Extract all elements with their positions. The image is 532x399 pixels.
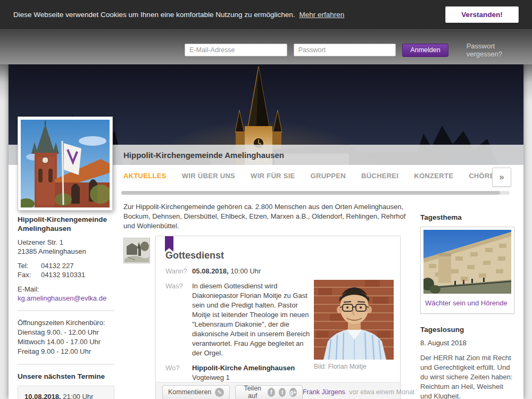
tab-gruppen[interactable]: GRUPPEN	[311, 172, 346, 180]
hours-wednesday: Mittwoch 14.00 - 17.00 Uhr	[18, 337, 114, 347]
pencil-icon: ✎	[215, 388, 224, 397]
email-link[interactable]: kg.amelinghausen@evlka.de	[18, 294, 106, 302]
password-field[interactable]	[294, 44, 396, 56]
main-content: Zur Hippolit-Kirchengemeinde gehören ca.…	[123, 202, 409, 399]
tab-wir-fuer-sie[interactable]: WIR FÜR SIE	[251, 172, 295, 180]
hours-tuesday: Dienstag 9.00. - 12.00 Uhr	[18, 328, 114, 337]
tagesthema-box: Wächter sein und Hörende	[420, 227, 514, 314]
cookie-banner: Diese Webseite verwendet Cookies um Ihne…	[0, 0, 532, 30]
photo-caption: Bild: Florian Moitje	[314, 363, 394, 370]
portrait-image	[314, 280, 394, 360]
googleplus-icon[interactable]: g+	[289, 388, 297, 397]
fax-value: 04132 910331	[41, 270, 85, 279]
page: Diese Webseite verwendet Cookies um Ihne…	[0, 0, 532, 399]
twitter-icon[interactable]: t	[279, 388, 286, 397]
address-street: Uelzener Str. 1	[18, 238, 114, 247]
tageslosung-verse: Der HERR hat Zion mit Recht und Gerechti…	[420, 353, 514, 399]
email-field[interactable]	[185, 44, 287, 56]
church-day-image	[21, 120, 110, 207]
right-sidebar: Tagesthema	[420, 213, 514, 399]
share-button[interactable]: Teilen auf f t g+	[235, 385, 303, 399]
tageslosung-date: 8. August 2018	[420, 339, 514, 347]
login-button[interactable]: Anmelden	[402, 44, 448, 57]
location-name: Hippolit-Kirche Amelinghausen	[192, 364, 295, 372]
church-photo-frame	[18, 117, 113, 211]
event-date: 05.08.2018,	[192, 267, 229, 275]
termin-item: 10.08.2018, 21:00 Uhr Freitag-Nacht-Konz…	[18, 386, 114, 399]
hours-friday: Freitag 9.00 - 12.00 Uhr	[18, 347, 114, 356]
tageslosung-heading: Tageslosung	[420, 326, 514, 334]
login-bar: Anmelden Passwort vergessen?	[0, 30, 532, 64]
location-street: Vogteiweg 1	[192, 373, 230, 381]
event-description: In diesem Gottesdienst wird Diakoniepast…	[192, 281, 310, 358]
forgot-password-link[interactable]: Passwort vergessen?	[467, 42, 532, 58]
parish-name: Hippolit-Kirchengemeinde Amelinghausen	[18, 215, 114, 233]
cookie-accept-button[interactable]: Verstanden!	[445, 6, 519, 23]
comment-button-label: Kommentieren	[168, 388, 211, 396]
time-ago: vor etwa einem Monat	[349, 388, 414, 396]
divider	[18, 310, 114, 311]
tab-choere[interactable]: CHÖRE	[469, 172, 494, 180]
facebook-icon[interactable]: f	[268, 388, 275, 397]
nav-scrollbar-thumb[interactable]	[121, 191, 500, 195]
email-label: E-Mail:	[18, 285, 114, 294]
address-city: 21385 Amelinghausen	[18, 247, 114, 256]
double-chevron-icon[interactable]: »	[492, 168, 511, 187]
event-card: Gottesdienst Wann? 05.08.2018, 10:00 Uhr…	[155, 236, 401, 399]
sketch-image	[124, 239, 149, 262]
tab-aktuelles[interactable]: AKTUELLES	[123, 172, 167, 180]
author-link[interactable]: Frank Jürgens	[303, 388, 345, 396]
event-time: 10:00 Uhr	[230, 267, 261, 275]
tab-konzerte[interactable]: KONZERTE	[414, 172, 453, 180]
tagesthema-link[interactable]: Wächter sein und Hörende	[423, 294, 511, 313]
bookmark-icon	[165, 236, 173, 252]
tel-label: Tel:	[18, 261, 41, 270]
tagesthema-heading: Tagesthema	[420, 213, 514, 221]
termin-time: 21:00 Uhr	[63, 393, 93, 399]
content-card: Hippolit-Kirchengemeinde Amelinghausen A…	[9, 64, 523, 399]
cookie-message: Diese Webseite verwendet Cookies um Ihne…	[13, 11, 295, 19]
pastor-photo: Bild: Florian Moitje	[314, 280, 394, 370]
share-button-label: Teilen auf	[241, 385, 264, 399]
tab-buecherei[interactable]: BÜCHEREI	[361, 172, 398, 180]
comment-button[interactable]: Kommentieren ✎	[162, 385, 230, 399]
tel-value: 04132 227	[41, 261, 73, 270]
hours-title: Öffnungszeiten Kirchenbüro:	[18, 318, 114, 328]
left-sidebar: Hippolit-Kirchengemeinde Amelinghausen U…	[18, 215, 114, 399]
divider	[18, 364, 114, 364]
event-title: Gottesdienst	[165, 250, 400, 261]
intro-paragraph: Zur Hippolit-Kirchengemeinde gehören ca.…	[123, 202, 409, 231]
event-thumbnail[interactable]	[123, 238, 150, 263]
event-footer: Kommentieren ✎ Teilen auf f t g+ Frank J…	[156, 382, 400, 399]
nav-scrollbar-track[interactable]	[121, 191, 510, 195]
termine-heading: Unsere nächsten Termine	[18, 372, 114, 381]
termin-date: 10.08.2018,	[24, 393, 61, 399]
fax-label: Fax:	[18, 270, 41, 279]
tab-wir-ueber-uns[interactable]: WIR ÜBER UNS	[182, 172, 235, 180]
wall-image	[423, 230, 511, 294]
was-label: Was?	[165, 281, 192, 358]
page-title: Hippolit-Kirchengemeinde Amelinghausen	[123, 151, 284, 160]
wann-label: Wann?	[165, 267, 192, 276]
cookie-more-link[interactable]: Mehr erfahren	[300, 11, 345, 19]
